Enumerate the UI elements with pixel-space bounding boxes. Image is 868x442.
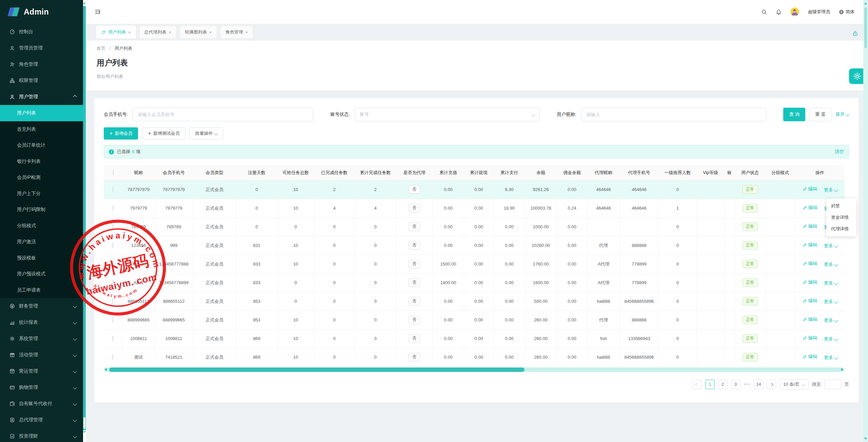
language-switch[interactable]: 简体 [839,9,854,15]
more-link[interactable]: 更多 [824,317,837,323]
horizontal-scroll-thumb[interactable] [109,367,525,372]
page-button[interactable]: 14 [754,380,763,389]
clear-selection-link[interactable]: 清空 [835,149,844,155]
sidebar-subitem-preset-template[interactable]: 预设模板 [0,250,83,266]
sidebar-item-finance-manage[interactable]: 财务管理 [0,298,83,314]
more-link[interactable]: 更多 [824,355,837,361]
row-checkbox[interactable] [113,280,113,286]
sidebar-item-general-agent-manage[interactable]: 总代理管理 [0,412,83,428]
tab-role-manage[interactable]: 角色管理× [220,26,253,39]
scroll-left-icon[interactable] [105,368,107,371]
close-icon[interactable]: × [209,30,212,35]
is-agent-badge[interactable]: 否 [409,223,420,231]
page-scroll-thumb[interactable] [864,7,867,48]
sidebar-item-permission-manage[interactable]: 权限管理 [0,72,83,89]
is-agent-badge[interactable]: 否 [409,241,420,250]
row-menu-item[interactable]: 资金详情 [826,212,856,223]
is-agent-badge[interactable]: 否 [409,278,420,287]
page-button[interactable]: 3 [731,380,741,389]
horizontal-scrollbar[interactable] [104,367,845,372]
sidebar-subitem-member-order-stats[interactable]: 会员订单统计 [0,137,83,153]
edit-link[interactable]: 编辑 [803,298,817,304]
user-name[interactable]: 超级管理员 [808,9,830,15]
lock-icon[interactable] [852,30,859,37]
sidebar-subitem-user-code-limit[interactable]: 用户打码限制 [0,202,83,218]
tab-agent-list[interactable]: 总代理列表× [139,26,177,39]
avatar[interactable] [790,7,799,16]
sidebar-subitem-member-ip-check[interactable]: 会员IP检测 [0,169,83,186]
sidebar-item-role-manage[interactable]: 角色管理 [0,56,83,72]
is-agent-badge[interactable]: 否 [409,297,420,306]
sidebar-subitem-group-mode[interactable]: 分组模式 [0,218,83,234]
add-test-member-button[interactable]: +新增测试会员 [142,127,185,140]
sidebar-scroll-thumb[interactable] [83,417,85,429]
row-checkbox[interactable] [113,243,113,248]
is-agent-badge[interactable]: 否 [409,204,420,212]
status-select[interactable]: 账号 [355,108,540,121]
settings-fab[interactable] [849,68,865,84]
scroll-up-icon[interactable] [83,0,86,6]
is-agent-badge[interactable]: 否 [409,316,420,324]
edit-link[interactable]: 编辑 [803,335,817,341]
more-link[interactable]: 更多 [824,243,837,249]
close-icon[interactable]: × [169,30,172,35]
row-checkbox[interactable] [113,336,113,341]
edit-link[interactable]: 编辑 [803,354,817,360]
page-size-select[interactable]: 10 条/页 [780,379,809,390]
page-scrollbar[interactable] [863,0,868,442]
prev-page-button[interactable] [692,380,702,389]
edit-link[interactable]: 编辑 [803,205,817,211]
close-icon[interactable]: × [245,30,248,35]
is-agent-badge[interactable]: 否 [409,334,420,343]
edit-link[interactable]: 编辑 [803,260,817,267]
page-button[interactable]: 1 [705,380,715,389]
row-menu-item[interactable]: 代理详情 [826,223,856,235]
sidebar-item-shopping-manage[interactable]: 购物管理 [0,379,83,396]
reset-button[interactable]: 重 置 [809,108,831,121]
batch-actions-button[interactable]: 批量操作 [190,127,223,140]
row-checkbox[interactable] [113,354,113,360]
edit-link[interactable]: 编辑 [803,223,817,229]
sidebar-subitem-user-activate[interactable]: 用户激活 [0,234,83,250]
sidebar-item-activity-manage[interactable]: 活动管理 [0,347,83,363]
row-checkbox[interactable] [113,317,113,323]
sidebar-subitem-user-list[interactable]: 用户列表 [0,105,83,121]
menu-fold-icon[interactable] [95,9,101,15]
search-icon[interactable] [761,9,767,15]
more-link[interactable]: 更多 [824,261,837,268]
sidebar-item-operation-manage[interactable]: 营运管理 [0,363,83,379]
breadcrumb-home[interactable]: 首页 [97,46,105,51]
more-link[interactable]: 更多 [824,280,837,286]
edit-link[interactable]: 编辑 [803,186,817,192]
scroll-right-icon[interactable] [841,368,843,371]
phone-input[interactable] [133,108,313,121]
sidebar-subitem-first-charge-list[interactable]: 首充列表 [0,121,83,138]
sidebar-subitem-user-updown[interactable]: 用户上下分 [0,186,83,202]
edit-link[interactable]: 编辑 [803,316,817,322]
sidebar-subitem-user-preset-mode[interactable]: 用户预设模式 [0,266,83,282]
nickname-input[interactable] [581,108,766,121]
row-checkbox[interactable] [113,298,113,304]
row-menu-item[interactable]: 封禁 [826,200,856,212]
is-agent-badge[interactable]: 否 [409,185,420,194]
sidebar-subitem-staff-apply[interactable]: 员工申请表 [0,282,83,298]
scroll-down-icon[interactable] [864,438,867,440]
sidebar-item-system-manage[interactable]: 系统管理 [0,331,83,347]
scroll-up-icon[interactable] [864,2,867,4]
refresh-icon[interactable] [101,30,106,35]
row-checkbox[interactable] [113,224,113,230]
is-agent-badge[interactable]: 否 [409,260,420,268]
scroll-down-icon[interactable] [83,430,86,442]
next-page-button[interactable] [767,380,776,389]
tab-carousel-list[interactable]: 轮播图列表× [180,26,217,39]
select-all-checkbox[interactable] [113,170,114,175]
tab-user-list[interactable]: 用户列表× [96,26,136,39]
more-link[interactable]: 更多 [824,187,837,193]
close-icon[interactable]: × [128,30,131,35]
sidebar-item-admin-manage[interactable]: 管理员管理 [0,40,83,56]
app-logo[interactable]: Admin [0,0,83,24]
edit-link[interactable]: 编辑 [803,279,817,285]
sidebar-item-user-manage[interactable]: 用户管理 [0,89,83,105]
sidebar-item-console[interactable]: 控制台 [0,24,83,40]
sidebar-item-self-account-payment[interactable]: 自有账号代收付 [0,396,83,412]
